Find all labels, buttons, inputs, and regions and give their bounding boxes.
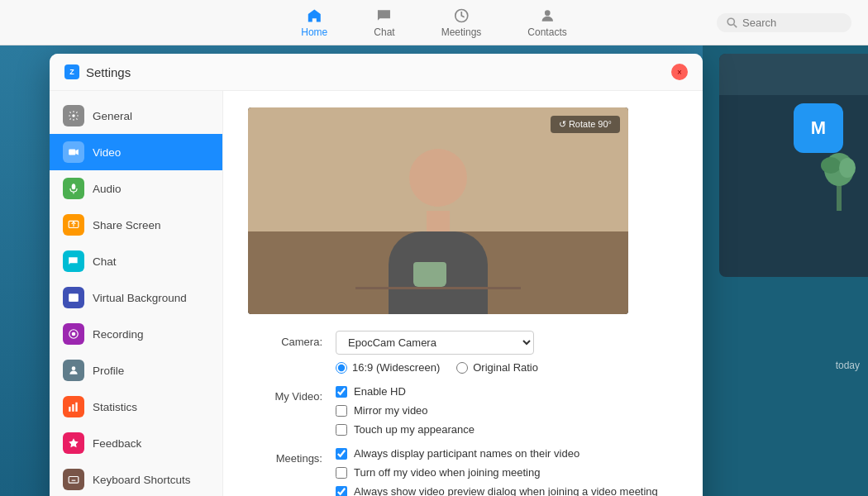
svg-point-6 [821, 157, 841, 174]
svg-rect-21 [75, 403, 77, 412]
person-head [409, 149, 467, 207]
search-box[interactable] [717, 13, 851, 32]
checkbox-turn-off-joining[interactable]: Turn off my video when joining meeting [336, 466, 678, 479]
sidebar-label-chat: Chat [93, 255, 117, 268]
chat-nav-icon [375, 7, 393, 25]
contacts-nav-label: Contacts [527, 26, 566, 38]
sidebar-item-chat[interactable]: Chat [50, 243, 222, 279]
checkbox-display-names[interactable]: Always display participant names on thei… [336, 447, 678, 460]
table-surface [355, 287, 521, 289]
rotate-button[interactable]: ↺ Rotate 90° [551, 116, 620, 133]
svg-marker-22 [69, 438, 79, 447]
home-nav-icon [305, 7, 323, 25]
nav-item-home[interactable]: Home [294, 3, 334, 41]
sidebar-label-share-screen: Share Screen [93, 219, 161, 231]
checkbox-enable-hd[interactable]: Enable HD [336, 385, 678, 398]
sidebar-label-keyboard-shortcuts: Keyboard Shortcuts [93, 474, 191, 486]
sidebar-label-video: Video [93, 146, 121, 159]
radio-widescreen[interactable]: 16:9 (Widescreen) [336, 361, 440, 374]
person-neck [427, 211, 450, 231]
sidebar-label-virtual-background: Virtual Background [93, 292, 187, 304]
checkbox-mirror-video[interactable]: Mirror my video [336, 404, 678, 417]
sidebar-item-profile[interactable]: Profile [50, 352, 222, 389]
checkbox-video-preview[interactable]: Always show video preview dialog when jo… [336, 485, 678, 496]
sidebar-label-audio: Audio [93, 183, 122, 195]
meetings-controls: Always display participant names on thei… [336, 447, 678, 496]
svg-rect-20 [72, 404, 74, 412]
sidebar-item-recording[interactable]: Recording [50, 316, 222, 352]
checkbox-label-mirror-video: Mirror my video [354, 404, 428, 417]
checkbox-label-turn-off-joining: Turn off my video when joining meeting [354, 466, 540, 479]
settings-body: General Video Audio Share Screen Chat Vi… [50, 91, 703, 496]
zoom-icon: Z [64, 64, 79, 79]
settings-sidebar: General Video Audio Share Screen Chat Vi… [50, 91, 223, 496]
sidebar-icon-feedback [63, 432, 84, 454]
sidebar-icon-recording [63, 323, 84, 345]
checkbox-label-display-names: Always display participant names on thei… [354, 447, 579, 460]
ratio-group: 16:9 (Widescreen)Original Ratio [336, 361, 678, 374]
sidebar-item-video[interactable]: Video [50, 134, 222, 170]
sidebar-icon-keyboard-shortcuts [63, 469, 84, 490]
radio-label-original: Original Ratio [473, 361, 538, 374]
sidebar-icon-audio [63, 178, 84, 199]
search-icon [727, 17, 737, 28]
sidebar-item-general[interactable]: General [50, 98, 222, 134]
sidebar-icon-general [63, 105, 84, 126]
settings-dialog: Z Settings × General Video Audio Share [50, 54, 703, 496]
sidebar-item-feedback[interactable]: Feedback [50, 425, 222, 461]
top-nav: Home Chat Meetings Contacts [294, 3, 573, 41]
right-panel: M today [703, 45, 868, 496]
plant-icon [818, 145, 860, 211]
svg-rect-19 [69, 407, 70, 412]
settings-header: Z Settings × [50, 54, 703, 91]
settings-main-content: ↺ Rotate 90° Camera: EpocCam CameraFaceT… [223, 91, 703, 496]
sidebar-item-statistics[interactable]: Statistics [50, 389, 222, 425]
sidebar-item-share-screen[interactable]: Share Screen [50, 207, 222, 243]
svg-line-3 [734, 24, 737, 27]
my-video-row: My Video: Enable HDMirror my videoTouch … [248, 385, 678, 436]
svg-point-1 [545, 10, 551, 16]
sidebar-icon-video [63, 141, 84, 163]
settings-title-label: Settings [86, 65, 131, 79]
chat-nav-label: Chat [374, 26, 394, 38]
sidebar-icon-chat [63, 250, 84, 272]
search-input[interactable] [742, 17, 842, 29]
sidebar-item-audio[interactable]: Audio [50, 170, 222, 207]
svg-rect-23 [69, 477, 79, 484]
camera-select[interactable]: EpocCam CameraFaceTime HD CameraVirtual … [336, 331, 534, 355]
meetings-nav-label: Meetings [441, 26, 482, 38]
svg-point-7 [839, 158, 856, 178]
close-button[interactable]: × [671, 64, 688, 80]
sidebar-label-feedback: Feedback [93, 437, 141, 450]
checkbox-touch-appearance[interactable]: Touch up my appearance [336, 423, 678, 436]
checkbox-label-enable-hd: Enable HD [354, 385, 406, 398]
svg-point-2 [727, 18, 734, 25]
card-header [719, 54, 868, 95]
camera-label: Camera: [248, 331, 322, 348]
sidebar-item-virtual-background[interactable]: Virtual Background [50, 279, 222, 316]
sidebar-label-statistics: Statistics [93, 401, 137, 413]
home-nav-label: Home [301, 26, 327, 38]
background-area: M today Z Settings × [0, 45, 868, 496]
sidebar-item-keyboard-shortcuts[interactable]: Keyboard Shortcuts [50, 461, 222, 496]
svg-point-18 [72, 366, 76, 370]
contacts-nav-icon [538, 7, 556, 25]
radio-original[interactable]: Original Ratio [456, 361, 538, 374]
nav-item-meetings[interactable]: Meetings [435, 3, 489, 41]
right-card: M [719, 54, 868, 277]
svg-point-8 [72, 114, 75, 117]
sidebar-icon-share-screen [63, 214, 84, 236]
meetings-row: Meetings: Always display participant nam… [248, 447, 678, 496]
nav-item-contacts[interactable]: Contacts [521, 3, 573, 41]
sidebar-icon-virtual-background [63, 287, 84, 308]
top-bar: Home Chat Meetings Contacts [0, 0, 868, 45]
svg-rect-9 [69, 150, 75, 155]
nav-item-chat[interactable]: Chat [367, 3, 401, 41]
settings-title-group: Z Settings [64, 64, 131, 79]
mug [413, 262, 446, 287]
camera-row: Camera: EpocCam CameraFaceTime HD Camera… [248, 331, 678, 374]
svg-marker-10 [75, 150, 79, 155]
meetings-label: Meetings: [248, 447, 322, 465]
meetings-nav-icon [452, 7, 470, 25]
sidebar-icon-statistics [63, 396, 84, 417]
